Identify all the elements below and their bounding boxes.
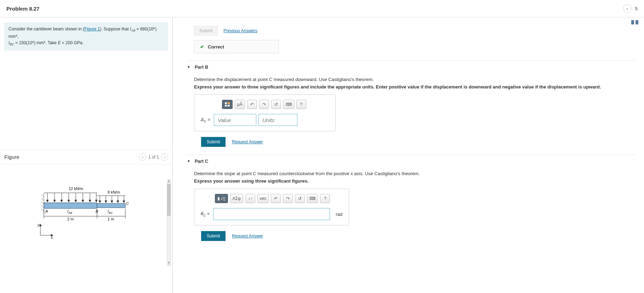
- svg-text:C: C: [126, 201, 129, 206]
- svg-marker-12: [53, 200, 56, 202]
- partb-header[interactable]: ▼ Part B: [187, 61, 636, 73]
- undo-icon[interactable]: ↶: [271, 194, 281, 203]
- parta-actions: Submit Previous Answers: [194, 26, 636, 36]
- partc-value-input[interactable]: [213, 208, 330, 220]
- header-count: 5: [635, 6, 638, 11]
- partc-title: Part C: [195, 159, 208, 164]
- figure-header: Figure ‹ 1 of 1 ›: [0, 150, 172, 164]
- partc-var-label: θC =: [201, 211, 210, 217]
- svg-marker-20: [82, 200, 84, 202]
- partb-prompt: Determine the displacement at point C me…: [194, 77, 636, 82]
- correct-feedback: ✔ Correct: [194, 40, 279, 53]
- partc-header[interactable]: ▼ Part C: [187, 155, 636, 167]
- prev-problem-button[interactable]: ‹: [623, 4, 632, 13]
- parta-submit-disabled: Submit: [194, 26, 218, 36]
- svg-marker-10: [46, 200, 49, 202]
- partb-answer-box: μÅ ↶ ↷ ↺ ⌨ ? ΔC =: [194, 94, 336, 131]
- svg-text:8 kN/m: 8 kN/m: [108, 190, 120, 194]
- help-icon[interactable]: ?: [296, 100, 306, 109]
- partb-var-label: ΔC =: [201, 117, 210, 123]
- svg-line-1: [41, 195, 44, 197]
- svg-text:x: x: [51, 236, 53, 239]
- svg-marker-30: [105, 201, 107, 203]
- scroll-down-icon[interactable]: ▼: [167, 261, 171, 266]
- svg-text:y: y: [37, 223, 40, 227]
- templates-icon[interactable]: [222, 100, 233, 109]
- reset-icon[interactable]: ↺: [295, 194, 305, 203]
- partb-instructions: Express your answer to three significant…: [194, 84, 636, 90]
- figure-link[interactable]: Figure 1: [84, 27, 100, 31]
- svg-line-4: [41, 205, 44, 208]
- scroll-up-icon[interactable]: ▲: [167, 179, 171, 184]
- subsup-button[interactable]: ↓↑: [245, 194, 255, 203]
- svg-line-5: [41, 209, 44, 211]
- partc-prompt: Determine the slope at point C measured …: [194, 171, 636, 176]
- svg-rect-7: [97, 203, 125, 208]
- svg-rect-59: [228, 105, 230, 107]
- partb-body: Determine the displacement at point C me…: [187, 73, 636, 152]
- svg-marker-28: [99, 201, 101, 203]
- svg-text:2 m: 2 m: [67, 217, 74, 221]
- svg-text:A: A: [45, 209, 48, 213]
- unit-symbol-button[interactable]: μÅ: [235, 100, 245, 109]
- partc-submit-button[interactable]: Submit: [201, 231, 226, 241]
- figure-pager: ‹ 1 of 1 ›: [139, 154, 168, 161]
- check-icon: ✔: [200, 44, 204, 50]
- svg-line-3: [41, 202, 44, 204]
- partb-title: Part B: [195, 64, 208, 70]
- sqrt-icon[interactable]: ▮√▯: [215, 194, 228, 203]
- partb-value-input[interactable]: [214, 114, 256, 126]
- partc-unit-label: rad: [336, 212, 342, 217]
- svg-marker-36: [123, 201, 125, 203]
- svg-marker-16: [68, 200, 70, 202]
- svg-marker-34: [117, 201, 119, 203]
- partc-body: Determine the slope at point C measured …: [187, 167, 636, 246]
- redo-icon[interactable]: ↷: [283, 194, 293, 203]
- svg-rect-57: [228, 102, 230, 104]
- help-icon[interactable]: ?: [320, 194, 330, 203]
- previous-answers-link[interactable]: Previous Answers: [223, 28, 257, 33]
- partb-units-input[interactable]: [258, 114, 297, 126]
- svg-line-2: [41, 198, 44, 201]
- svg-rect-56: [225, 102, 227, 104]
- partb-request-answer-link[interactable]: Request Answer: [232, 139, 263, 144]
- right-panel: Submit Previous Answers ✔ Correct ▼ Part…: [173, 17, 644, 293]
- problem-statement: Consider the cantilever beam shown in (F…: [4, 22, 168, 51]
- left-panel: Consider the cantilever beam shown in (F…: [0, 17, 173, 293]
- svg-rect-6: [44, 203, 97, 208]
- partc-toolbar: ▮√▯ ΑΣφ ↓↑ vec ↶ ↷ ↺ ⌨ ?: [201, 194, 342, 203]
- vec-button[interactable]: vec: [257, 194, 269, 203]
- svg-text:IBC: IBC: [108, 209, 113, 214]
- partb-submit-button[interactable]: Submit: [201, 137, 226, 147]
- partb-actions: Submit Request Answer: [201, 137, 636, 147]
- partc-request-answer-link[interactable]: Request Answer: [232, 234, 263, 239]
- partc-instructions: Express your answer using three signific…: [194, 178, 636, 184]
- figure-page-label: 1 of 1: [148, 155, 159, 160]
- greek-button[interactable]: ΑΣφ: [230, 194, 243, 203]
- partc-input-row: θC = rad: [201, 208, 342, 220]
- view-toggle-icon[interactable]: [631, 20, 638, 24]
- figure-next-button[interactable]: ›: [161, 154, 168, 161]
- keyboard-icon[interactable]: ⌨: [283, 100, 294, 109]
- keyboard-icon[interactable]: ⌨: [307, 194, 318, 203]
- caret-down-icon: ▼: [187, 159, 190, 163]
- partc-answer-box: ▮√▯ ΑΣφ ↓↑ vec ↶ ↷ ↺ ⌨ ? θC = rad: [194, 189, 349, 225]
- partb-input-row: ΔC =: [201, 114, 329, 126]
- figure-prev-button[interactable]: ‹: [139, 154, 146, 161]
- correct-label: Correct: [208, 44, 224, 50]
- redo-icon[interactable]: ↷: [259, 100, 269, 109]
- scroll-thumb[interactable]: [167, 184, 171, 216]
- svg-marker-22: [89, 200, 91, 202]
- reset-icon[interactable]: ↺: [271, 100, 281, 109]
- caret-down-icon: ▼: [187, 65, 190, 69]
- svg-marker-18: [75, 200, 77, 202]
- figure-area: ▲ ▼: [0, 164, 172, 293]
- undo-icon[interactable]: ↶: [247, 100, 257, 109]
- figure-scrollbar[interactable]: ▲ ▼: [167, 184, 171, 262]
- header-right: ‹ 5: [623, 4, 638, 13]
- svg-marker-14: [61, 200, 63, 202]
- svg-marker-51: [39, 224, 41, 226]
- partc-actions: Submit Request Answer: [201, 231, 636, 241]
- svg-text:1 m: 1 m: [108, 217, 114, 221]
- page-header: Problem 8.27 ‹ 5: [0, 0, 644, 17]
